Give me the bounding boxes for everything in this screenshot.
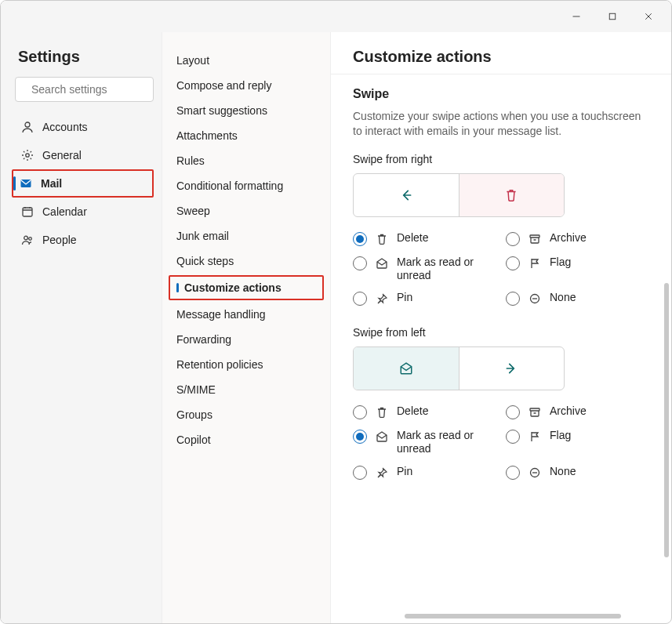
swipe-right-options: Delete Archive Mark as read or unread Fl…: [353, 231, 643, 307]
settings-sidebar: Settings Accounts General Mail Calendar: [1, 32, 162, 624]
swipe-right-option-none[interactable]: None: [506, 291, 643, 306]
subnav-customize-actions[interactable]: Customize actions: [169, 275, 324, 300]
none-icon: [528, 466, 542, 480]
radio-icon: [506, 466, 520, 480]
radio-icon: [353, 466, 367, 480]
swipe-left-option-delete[interactable]: Delete: [353, 405, 490, 419]
swipe-heading: Swipe: [353, 87, 649, 101]
mail-icon: [20, 177, 32, 190]
sidebar-item-accounts[interactable]: Accounts: [15, 113, 154, 141]
archive-icon: [528, 232, 542, 246]
flag-icon: [528, 430, 542, 444]
swipe-left-option-flag[interactable]: Flag: [506, 429, 643, 455]
svg-rect-10: [609, 13, 616, 20]
pin-icon: [375, 292, 389, 306]
swipe-left-preview-forward: [460, 347, 565, 390]
radio-selected-icon: [353, 232, 367, 246]
radio-icon: [506, 292, 520, 306]
radio-icon: [506, 256, 520, 270]
calendar-icon: [21, 205, 34, 218]
mail-open-icon: [399, 361, 413, 375]
sidebar-item-mail[interactable]: Mail: [12, 169, 154, 198]
search-input[interactable]: [30, 82, 170, 96]
trash-icon: [375, 405, 389, 419]
sidebar-item-label: Accounts: [42, 121, 88, 133]
swipe-right-option-delete[interactable]: Delete: [353, 231, 490, 246]
radio-selected-icon: [353, 430, 367, 444]
subnav-sweep[interactable]: Sweep: [162, 198, 330, 223]
swipe-right-preview: [353, 173, 565, 217]
sidebar-item-label: Calendar: [42, 205, 87, 218]
sidebar-item-calendar[interactable]: Calendar: [15, 198, 154, 226]
radio-icon: [353, 256, 367, 270]
horizontal-scrollbar[interactable]: [378, 614, 648, 622]
radio-icon: [506, 405, 520, 419]
radio-icon: [353, 405, 367, 419]
subnav-retention-policies[interactable]: Retention policies: [162, 352, 330, 377]
subnav-attachments[interactable]: Attachments: [162, 123, 330, 148]
swipe-right-option-archive[interactable]: Archive: [506, 231, 643, 246]
window-maximize-button[interactable]: [594, 4, 630, 29]
swipe-left-option-pin[interactable]: Pin: [353, 465, 490, 480]
pin-icon: [375, 466, 389, 480]
swipe-description: Customize your swipe actions when you us…: [353, 109, 649, 139]
trash-icon: [375, 232, 389, 246]
content-title: Customize actions: [331, 32, 671, 74]
archive-icon: [528, 405, 542, 419]
subnav-forwarding[interactable]: Forwarding: [162, 327, 330, 352]
swipe-left-option-none[interactable]: None: [506, 465, 643, 480]
subnav-conditional-formatting[interactable]: Conditional formatting: [162, 173, 330, 198]
search-settings[interactable]: [15, 77, 154, 102]
swipe-left-option-markread[interactable]: Mark as read or unread: [353, 429, 490, 455]
subnav-junk-email[interactable]: Junk email: [162, 223, 330, 249]
subnav-groups[interactable]: Groups: [162, 402, 330, 427]
sidebar-item-label: General: [42, 149, 82, 161]
gear-icon: [21, 149, 34, 161]
swipe-left-preview: [353, 346, 565, 390]
sidebar-item-people[interactable]: People: [15, 226, 154, 254]
trash-icon: [504, 188, 518, 202]
radio-icon: [353, 292, 367, 306]
subnav-message-handling[interactable]: Message handling: [162, 302, 330, 327]
swipe-right-label: Swipe from right: [353, 153, 649, 165]
person-icon: [21, 121, 34, 133]
subnav-smime[interactable]: S/MIME: [162, 377, 330, 402]
swipe-right-option-flag[interactable]: Flag: [506, 256, 643, 282]
swipe-left-options: Delete Archive Mark as read or unread Fl…: [353, 405, 643, 480]
radio-icon: [506, 232, 520, 246]
subnav-smart-suggestions[interactable]: Smart suggestions: [162, 98, 330, 123]
swipe-right-preview-back: [354, 174, 459, 216]
swipe-left-label: Swipe from left: [353, 326, 649, 339]
mail-open-icon: [375, 256, 389, 270]
swipe-right-option-markread[interactable]: Mark as read or unread: [353, 256, 490, 282]
flag-icon: [528, 256, 542, 270]
swipe-left-option-archive[interactable]: Archive: [506, 405, 643, 419]
arrow-left-icon: [399, 188, 413, 202]
subnav-rules[interactable]: Rules: [162, 148, 330, 173]
window-close-button[interactable]: [630, 4, 667, 29]
subnav-copilot[interactable]: Copilot: [162, 427, 330, 452]
sidebar-item-general[interactable]: General: [15, 141, 154, 169]
swipe-right-option-pin[interactable]: Pin: [353, 291, 490, 306]
mail-open-icon: [375, 430, 389, 444]
mail-settings-subnav: Layout Compose and reply Smart suggestio…: [162, 32, 330, 624]
subnav-compose-reply[interactable]: Compose and reply: [162, 73, 330, 98]
people-icon: [21, 234, 34, 246]
subnav-quick-steps[interactable]: Quick steps: [162, 249, 330, 274]
window-minimize-button[interactable]: [558, 4, 594, 29]
none-icon: [528, 292, 542, 306]
sidebar-item-label: Mail: [41, 177, 62, 190]
swipe-left-preview-action: [354, 347, 459, 390]
arrow-right-icon: [504, 361, 518, 375]
window-titlebar: [1, 1, 671, 32]
subnav-layout[interactable]: Layout: [162, 48, 330, 73]
settings-title: Settings: [18, 48, 154, 66]
radio-icon: [506, 430, 520, 444]
swipe-right-preview-action: [460, 174, 565, 216]
content-pane: Customize actions Swipe Customize your s…: [330, 32, 671, 624]
sidebar-item-label: People: [42, 234, 77, 246]
vertical-scrollbar[interactable]: [664, 283, 669, 557]
